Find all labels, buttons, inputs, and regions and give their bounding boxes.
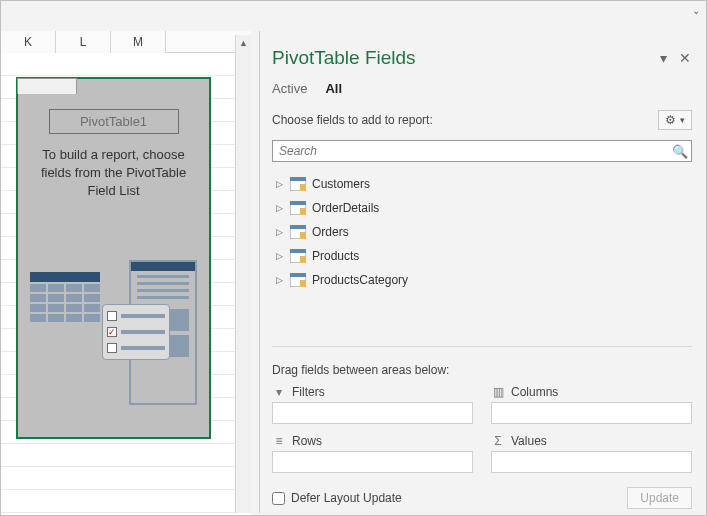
table-icon [290, 177, 306, 191]
collapse-caret[interactable]: ⌄ [692, 5, 700, 16]
column-header-l[interactable]: L [56, 31, 111, 53]
column-header-m[interactable]: M [111, 31, 166, 53]
drag-areas-label: Drag fields between areas below: [272, 346, 692, 385]
svg-rect-13 [290, 273, 306, 277]
placeholder-line-2: fields from the PivotTable [26, 164, 201, 182]
svg-rect-10 [290, 249, 306, 253]
values-dropzone[interactable] [491, 451, 692, 473]
defer-layout-label: Defer Layout Update [291, 491, 402, 505]
expand-icon[interactable]: ▷ [274, 275, 284, 285]
rows-area[interactable]: ≡ Rows [272, 434, 473, 473]
svg-rect-7 [290, 225, 306, 229]
field-label: Orders [312, 225, 349, 239]
fields-settings-button[interactable]: ⚙ ▾ [658, 110, 692, 130]
pane-title: PivotTable Fields [272, 47, 648, 69]
chevron-down-icon: ▾ [680, 115, 685, 125]
placeholder-tab [17, 78, 77, 94]
filters-dropzone[interactable] [272, 402, 473, 424]
search-icon[interactable]: 🔍 [669, 141, 691, 161]
svg-rect-11 [300, 256, 306, 263]
values-icon: Σ [491, 434, 505, 448]
field-label: ProductsCategory [312, 273, 408, 287]
field-label: OrderDetails [312, 201, 379, 215]
gear-icon: ⚙ [665, 113, 676, 127]
field-item-orderdetails[interactable]: ▷ OrderDetails [272, 196, 692, 220]
update-button[interactable]: Update [627, 487, 692, 509]
svg-rect-14 [300, 280, 306, 287]
values-area[interactable]: Σ Values [491, 434, 692, 473]
field-list[interactable]: ▷ Customers ▷ OrderDetails ▷ Orders ▷ Pr… [272, 172, 692, 340]
svg-rect-8 [300, 232, 306, 239]
placeholder-instruction: To build a report, choose fields from th… [18, 146, 209, 201]
rows-dropzone[interactable] [272, 451, 473, 473]
scroll-up-icon[interactable]: ▲ [236, 35, 251, 51]
field-item-orders[interactable]: ▷ Orders [272, 220, 692, 244]
filters-area[interactable]: ▾ Filters [272, 385, 473, 424]
svg-rect-1 [290, 177, 306, 181]
pane-options-button[interactable]: ▾ [656, 51, 670, 65]
column-header-k[interactable]: K [1, 31, 56, 53]
mini-checklist-icon: ✓ [102, 304, 170, 360]
choose-fields-label: Choose fields to add to report: [272, 113, 650, 127]
filter-icon: ▾ [272, 385, 286, 399]
field-label: Products [312, 249, 359, 263]
placeholder-line-1: To build a report, choose [26, 146, 201, 164]
columns-icon: ▥ [491, 385, 505, 399]
field-item-products[interactable]: ▷ Products [272, 244, 692, 268]
field-item-customers[interactable]: ▷ Customers [272, 172, 692, 196]
columns-label: Columns [511, 385, 558, 399]
table-icon [290, 273, 306, 287]
expand-icon[interactable]: ▷ [274, 179, 284, 189]
pivottable-placeholder[interactable]: PivotTable1 To build a report, choose fi… [16, 77, 211, 439]
vertical-scrollbar[interactable]: ▲ [235, 35, 251, 513]
rows-label: Rows [292, 434, 322, 448]
placeholder-line-3: Field List [26, 182, 201, 200]
svg-rect-2 [300, 184, 306, 191]
columns-area[interactable]: ▥ Columns [491, 385, 692, 424]
rows-icon: ≡ [272, 434, 286, 448]
tab-all[interactable]: All [325, 81, 342, 96]
defer-layout-checkbox[interactable] [272, 492, 285, 505]
field-item-productscategory[interactable]: ▷ ProductsCategory [272, 268, 692, 292]
pivottable-fields-pane: PivotTable Fields ▾ ✕ Active All Choose … [259, 31, 704, 513]
table-icon [290, 249, 306, 263]
filters-label: Filters [292, 385, 325, 399]
expand-icon[interactable]: ▷ [274, 227, 284, 237]
table-icon [290, 225, 306, 239]
svg-rect-4 [290, 201, 306, 205]
table-icon [290, 201, 306, 215]
mini-table-icon [30, 272, 100, 324]
svg-rect-5 [300, 208, 306, 215]
placeholder-graphic: ✓ [18, 242, 209, 422]
expand-icon[interactable]: ▷ [274, 251, 284, 261]
values-label: Values [511, 434, 547, 448]
pivottable-name-box: PivotTable1 [49, 109, 179, 134]
expand-icon[interactable]: ▷ [274, 203, 284, 213]
worksheet-grid[interactable]: K L M PivotTable1 To build a report, cho… [1, 31, 251, 515]
pane-close-button[interactable]: ✕ [678, 51, 692, 65]
columns-dropzone[interactable] [491, 402, 692, 424]
search-field[interactable]: 🔍 [272, 140, 692, 162]
tab-active[interactable]: Active [272, 81, 307, 96]
search-input[interactable] [273, 141, 669, 161]
field-label: Customers [312, 177, 370, 191]
